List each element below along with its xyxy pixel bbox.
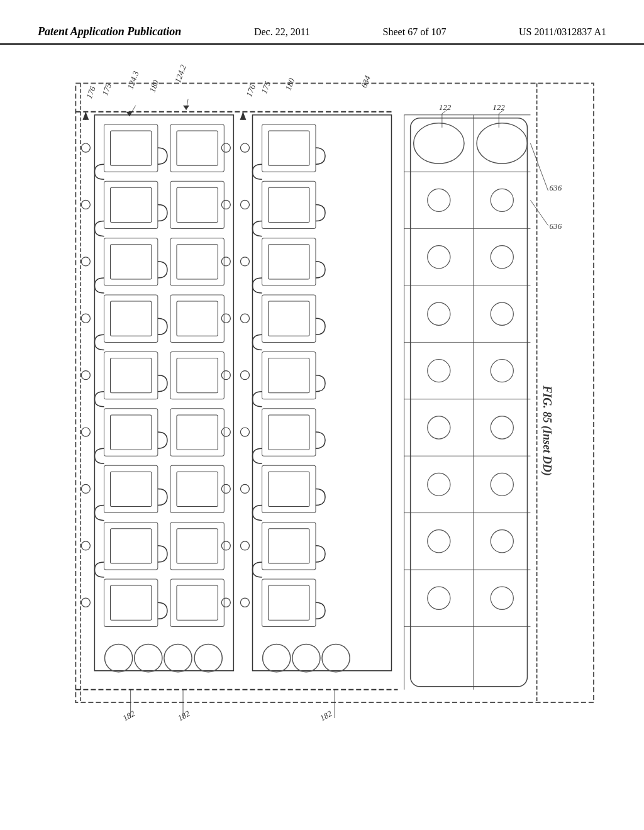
svg-point-51 bbox=[81, 484, 90, 493]
ref-175-mid: 175 bbox=[259, 80, 272, 95]
svg-point-95 bbox=[263, 645, 291, 672]
svg-rect-5 bbox=[104, 124, 157, 172]
svg-point-90 bbox=[240, 371, 249, 380]
sheet-info: Sheet 67 of 107 bbox=[383, 26, 447, 38]
svg-point-96 bbox=[292, 645, 320, 672]
svg-marker-142 bbox=[183, 106, 189, 110]
svg-point-122 bbox=[428, 473, 450, 495]
svg-rect-6 bbox=[111, 131, 152, 165]
svg-point-56 bbox=[221, 257, 230, 266]
figure-area: 176 175 124.3 180 124.2 176 175 180 634 … bbox=[38, 63, 606, 792]
publication-title: Patent Application Publication bbox=[38, 25, 181, 38]
svg-point-44 bbox=[194, 645, 222, 672]
svg-rect-36 bbox=[177, 472, 218, 506]
svg-point-124 bbox=[428, 530, 450, 553]
svg-rect-71 bbox=[269, 245, 309, 279]
svg-rect-17 bbox=[104, 465, 157, 512]
svg-rect-7 bbox=[104, 181, 157, 228]
svg-rect-9 bbox=[104, 238, 157, 285]
ref-636-bot: 636 bbox=[550, 221, 562, 231]
svg-point-116 bbox=[428, 302, 450, 325]
svg-rect-31 bbox=[170, 351, 224, 399]
svg-rect-25 bbox=[170, 181, 224, 228]
svg-point-45 bbox=[81, 143, 90, 152]
svg-point-89 bbox=[240, 314, 249, 323]
svg-rect-13 bbox=[104, 351, 157, 399]
svg-rect-82 bbox=[262, 579, 316, 626]
svg-rect-67 bbox=[269, 131, 309, 165]
svg-rect-29 bbox=[170, 295, 224, 342]
patent-drawing: 176 175 124.3 180 124.2 176 175 180 634 … bbox=[38, 63, 606, 792]
patent-number: US 2011/0312837 A1 bbox=[519, 26, 606, 38]
svg-marker-64 bbox=[82, 112, 89, 120]
ref-124-3: 124.3 bbox=[125, 69, 140, 90]
svg-rect-28 bbox=[177, 245, 218, 279]
svg-point-92 bbox=[240, 484, 249, 493]
svg-point-60 bbox=[221, 484, 230, 493]
svg-point-111 bbox=[477, 123, 527, 163]
svg-point-127 bbox=[491, 587, 513, 609]
svg-rect-15 bbox=[104, 409, 157, 456]
svg-rect-69 bbox=[269, 187, 309, 222]
ref-176-left: 176 bbox=[84, 85, 97, 100]
svg-rect-0 bbox=[75, 84, 594, 702]
page: Patent Application Publication Dec. 22, … bbox=[0, 0, 644, 830]
svg-rect-73 bbox=[269, 301, 309, 336]
svg-rect-68 bbox=[262, 181, 316, 228]
svg-rect-40 bbox=[177, 585, 218, 620]
svg-rect-24 bbox=[177, 131, 218, 165]
svg-point-97 bbox=[322, 645, 350, 672]
ref-124-2: 124.2 bbox=[173, 63, 188, 84]
svg-point-57 bbox=[221, 314, 230, 323]
svg-point-123 bbox=[491, 473, 513, 495]
svg-rect-76 bbox=[262, 409, 316, 456]
svg-point-126 bbox=[428, 587, 450, 609]
svg-marker-85 bbox=[240, 112, 246, 120]
svg-point-59 bbox=[221, 428, 230, 436]
svg-rect-21 bbox=[104, 579, 157, 626]
svg-point-119 bbox=[491, 360, 513, 382]
svg-point-88 bbox=[240, 257, 249, 266]
svg-point-125 bbox=[491, 530, 513, 553]
svg-point-41 bbox=[104, 645, 132, 672]
ref-180-left: 180 bbox=[148, 79, 161, 94]
svg-point-53 bbox=[81, 598, 90, 607]
svg-point-120 bbox=[428, 416, 450, 439]
ref-634: 634 bbox=[359, 74, 372, 89]
svg-point-49 bbox=[81, 371, 90, 380]
svg-point-62 bbox=[221, 598, 230, 607]
svg-point-55 bbox=[221, 200, 230, 209]
publication-date: Dec. 22, 2011 bbox=[254, 26, 310, 38]
svg-point-117 bbox=[491, 302, 513, 325]
ref-176-mid: 176 bbox=[244, 83, 257, 98]
svg-point-43 bbox=[164, 645, 192, 672]
ref-180-mid: 180 bbox=[284, 77, 297, 92]
svg-rect-33 bbox=[170, 409, 224, 456]
svg-rect-72 bbox=[262, 295, 316, 342]
svg-rect-66 bbox=[262, 124, 316, 172]
svg-marker-140 bbox=[126, 112, 133, 116]
svg-rect-22 bbox=[111, 585, 152, 620]
svg-rect-70 bbox=[262, 238, 316, 285]
svg-rect-77 bbox=[269, 415, 309, 450]
svg-rect-18 bbox=[111, 472, 152, 506]
svg-point-46 bbox=[81, 200, 90, 209]
svg-rect-12 bbox=[111, 301, 152, 336]
svg-point-42 bbox=[135, 645, 162, 672]
ref-182-c: 182 bbox=[318, 709, 334, 723]
svg-point-114 bbox=[428, 246, 450, 268]
svg-rect-38 bbox=[177, 529, 218, 563]
svg-point-110 bbox=[414, 123, 464, 163]
page-header: Patent Application Publication Dec. 22, … bbox=[0, 25, 644, 45]
svg-point-87 bbox=[240, 200, 249, 209]
svg-point-61 bbox=[221, 541, 230, 550]
svg-rect-80 bbox=[262, 523, 316, 570]
svg-point-118 bbox=[428, 360, 450, 382]
svg-point-112 bbox=[428, 189, 450, 211]
svg-rect-83 bbox=[269, 585, 309, 620]
svg-point-113 bbox=[491, 189, 513, 211]
svg-rect-23 bbox=[170, 124, 224, 172]
ref-182-a: 182 bbox=[121, 709, 137, 723]
svg-rect-8 bbox=[111, 187, 152, 222]
svg-rect-74 bbox=[262, 351, 316, 399]
